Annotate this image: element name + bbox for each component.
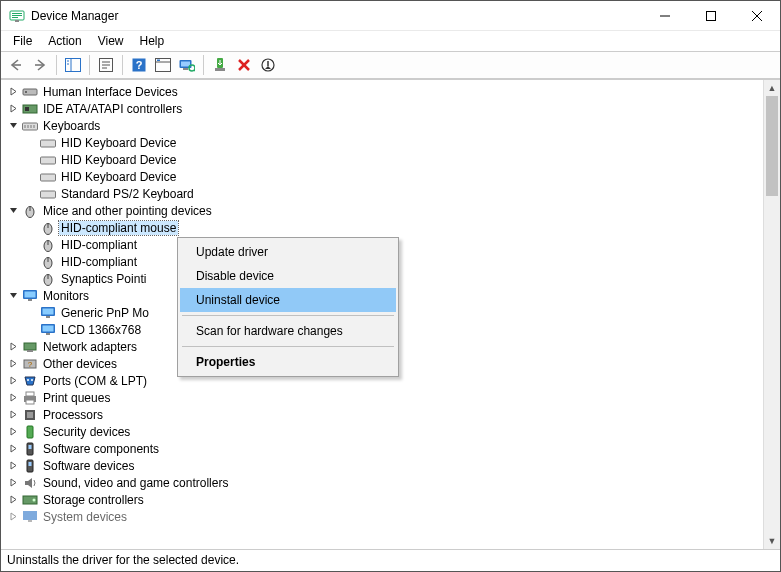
printer-icon	[22, 391, 38, 405]
svg-rect-82	[29, 462, 32, 466]
show-hide-tree-button[interactable]	[62, 54, 84, 76]
toolbar-separator	[203, 55, 204, 75]
category-mice[interactable]: Mice and other pointing devices	[5, 202, 763, 219]
minimize-button[interactable]	[642, 1, 688, 30]
device-hid-keyboard[interactable]: HID Keyboard Device	[23, 168, 763, 185]
expand-icon[interactable]	[7, 409, 19, 421]
action-list-button[interactable]	[152, 54, 174, 76]
device-label: HID-compliant	[59, 255, 139, 269]
svg-rect-59	[25, 291, 36, 297]
category-label: Ports (COM & LPT)	[41, 374, 149, 388]
svg-rect-86	[28, 520, 32, 522]
category-processors[interactable]: Processors	[5, 406, 763, 423]
svg-rect-44	[41, 140, 56, 147]
cpu-icon	[22, 408, 38, 422]
category-security[interactable]: Security devices	[5, 423, 763, 440]
scan-hardware-button[interactable]	[176, 54, 198, 76]
menu-view[interactable]: View	[90, 32, 132, 50]
scroll-up-icon[interactable]: ▲	[764, 80, 780, 96]
forward-button[interactable]	[29, 54, 51, 76]
expand-icon[interactable]	[7, 358, 19, 370]
context-disable-device[interactable]: Disable device	[180, 264, 396, 288]
expand-icon[interactable]	[7, 86, 19, 98]
context-uninstall-device[interactable]: Uninstall device	[180, 288, 396, 312]
help-button[interactable]: ?	[128, 54, 150, 76]
update-driver-button[interactable]	[209, 54, 231, 76]
expand-icon[interactable]	[7, 443, 19, 455]
context-scan-hardware[interactable]: Scan for hardware changes	[180, 319, 396, 343]
toolbar-separator	[122, 55, 123, 75]
keyboard-icon	[40, 136, 56, 150]
svg-rect-36	[25, 91, 27, 93]
svg-rect-6	[707, 11, 716, 20]
menu-action[interactable]: Action	[40, 32, 89, 50]
category-label: Print queues	[41, 391, 112, 405]
context-update-driver[interactable]: Update driver	[180, 240, 396, 264]
svg-text:?: ?	[28, 360, 33, 369]
context-separator	[182, 346, 394, 347]
hid-icon	[22, 85, 38, 99]
back-button[interactable]	[5, 54, 27, 76]
category-system[interactable]: System devices	[5, 508, 763, 525]
svg-rect-2	[12, 15, 22, 16]
device-label: Synaptics Pointi	[59, 272, 148, 286]
device-tree-pane[interactable]: Human Interface Devices IDE ATA/ATAPI co…	[1, 80, 763, 549]
expand-icon[interactable]	[7, 460, 19, 472]
svg-rect-11	[66, 59, 81, 72]
device-label: HID Keyboard Device	[59, 136, 178, 150]
expand-icon[interactable]	[7, 392, 19, 404]
expand-icon[interactable]	[7, 103, 19, 115]
toolbar-separator	[56, 55, 57, 75]
expand-icon[interactable]	[7, 477, 19, 489]
collapse-icon[interactable]	[7, 290, 19, 302]
menu-help[interactable]: Help	[132, 32, 173, 50]
svg-rect-85	[23, 511, 37, 520]
status-bar: Uninstalls the driver for the selected d…	[1, 549, 780, 571]
svg-rect-66	[46, 333, 50, 335]
system-icon	[22, 510, 38, 524]
device-hid-keyboard[interactable]: HID Keyboard Device	[23, 134, 763, 151]
expand-icon[interactable]	[7, 426, 19, 438]
expand-icon[interactable]	[7, 341, 19, 353]
software-icon	[22, 442, 38, 456]
svg-rect-74	[26, 392, 34, 396]
category-ide[interactable]: IDE ATA/ATAPI controllers	[5, 100, 763, 117]
security-icon	[22, 425, 38, 439]
monitor-icon	[22, 289, 38, 303]
expand-icon[interactable]	[7, 375, 19, 387]
category-sw-devices[interactable]: Software devices	[5, 457, 763, 474]
device-hid-keyboard[interactable]: HID Keyboard Device	[23, 151, 763, 168]
svg-point-84	[33, 498, 36, 501]
collapse-icon[interactable]	[7, 205, 19, 217]
collapse-icon[interactable]	[7, 120, 19, 132]
disable-device-button[interactable]	[257, 54, 279, 76]
scroll-down-icon[interactable]: ▼	[764, 533, 780, 549]
category-label: Monitors	[41, 289, 91, 303]
device-label: Generic PnP Mo	[59, 306, 151, 320]
category-printqueues[interactable]: Print queues	[5, 389, 763, 406]
close-button[interactable]	[734, 1, 780, 30]
context-properties[interactable]: Properties	[180, 350, 396, 374]
svg-rect-38	[25, 107, 29, 111]
device-hid-mouse[interactable]: HID-compliant mouse	[23, 219, 763, 236]
mouse-icon	[40, 221, 56, 235]
category-human-interface[interactable]: Human Interface Devices	[5, 83, 763, 100]
svg-point-71	[27, 379, 29, 381]
device-ps2-keyboard[interactable]: Standard PS/2 Keyboard	[23, 185, 763, 202]
properties-button[interactable]	[95, 54, 117, 76]
uninstall-device-button[interactable]	[233, 54, 255, 76]
category-sw-components[interactable]: Software components	[5, 440, 763, 457]
svg-rect-26	[183, 68, 188, 70]
device-label: HID-compliant	[59, 238, 139, 252]
category-storage[interactable]: Storage controllers	[5, 491, 763, 508]
category-sound[interactable]: Sound, video and game controllers	[5, 474, 763, 491]
device-label: Standard PS/2 Keyboard	[59, 187, 196, 201]
expand-icon[interactable]	[7, 494, 19, 506]
vertical-scrollbar[interactable]: ▲ ▼	[763, 80, 780, 549]
context-separator	[182, 315, 394, 316]
expand-icon[interactable]	[7, 511, 19, 523]
menu-file[interactable]: File	[5, 32, 40, 50]
scroll-thumb[interactable]	[766, 96, 778, 196]
category-keyboards[interactable]: Keyboards	[5, 117, 763, 134]
maximize-button[interactable]	[688, 1, 734, 30]
